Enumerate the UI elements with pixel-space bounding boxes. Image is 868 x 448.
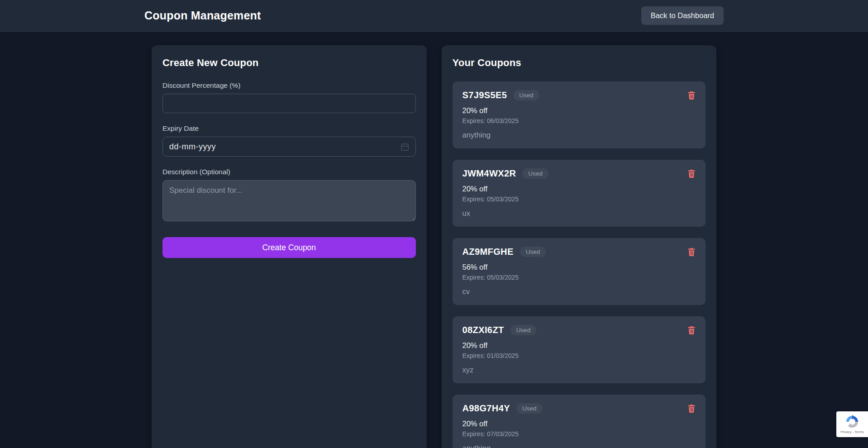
coupon-code: A98G7H4Y [463,403,510,414]
app-header: Coupon Management Back to Dashboard [0,0,868,32]
trash-icon [687,169,696,178]
coupon-description: cv [463,287,696,296]
delete-coupon-button[interactable] [687,168,696,179]
status-badge: Used [513,90,539,100]
coupon-list: S7J9S5E5 Used 20% off Expires: 06/03/202… [453,81,706,448]
create-coupon-panel: Create New Coupon Discount Percentage (%… [152,45,427,448]
page-title: Coupon Management [144,9,261,22]
description-textarea[interactable] [162,180,416,221]
coupon-expiry: Expires: 05/03/2025 [463,274,696,281]
status-badge: Used [510,325,537,335]
coupon-description: xyz [463,366,696,374]
coupon-code: AZ9MFGHE [463,247,514,257]
coupon-description: ux [463,209,696,218]
recaptcha-privacy-terms[interactable]: Privacy - Terms [840,430,864,434]
expiry-date-placeholder: dd-mm-yyyy [169,142,216,152]
your-coupons-panel: Your Coupons S7J9S5E5 Used 20% off Expir… [442,45,717,448]
delete-coupon-button[interactable] [687,246,696,257]
discount-percentage-label: Discount Percentage (%) [162,81,416,90]
coupon-item: 08ZXI6ZT Used 20% off Expires: 01/03/202… [453,316,706,383]
trash-icon [687,325,696,335]
expiry-date-label: Expiry Date [162,124,416,133]
status-badge: Used [522,168,548,179]
expiry-date-input[interactable]: dd-mm-yyyy [162,137,416,157]
trash-icon [687,91,696,100]
coupon-item: JWM4WX2R Used 20% off Expires: 05/03/202… [453,160,706,227]
coupon-code: JWM4WX2R [463,168,516,179]
trash-icon [687,247,696,257]
your-coupons-title: Your Coupons [453,57,706,69]
calendar-icon[interactable] [400,142,410,152]
create-coupon-title: Create New Coupon [162,57,416,69]
coupon-code: S7J9S5E5 [463,90,507,100]
coupon-description: anything [463,131,696,139]
coupon-item: S7J9S5E5 Used 20% off Expires: 06/03/202… [453,81,706,148]
trash-icon [687,404,696,413]
delete-coupon-button[interactable] [687,324,696,336]
coupon-expiry: Expires: 07/03/2025 [463,430,696,438]
coupon-expiry: Expires: 05/03/2025 [463,195,696,203]
delete-coupon-button[interactable] [687,90,696,101]
delete-coupon-button[interactable] [687,403,696,414]
coupon-expiry: Expires: 06/03/2025 [463,117,696,124]
description-label: Description (Optional) [162,168,416,176]
coupon-discount: 20% off [463,106,696,115]
coupon-discount: 20% off [463,419,696,428]
coupon-discount: 20% off [463,341,696,350]
discount-percentage-input[interactable] [162,94,416,113]
coupon-code: 08ZXI6ZT [463,325,504,335]
coupon-expiry: Expires: 01/03/2025 [463,352,696,359]
coupon-discount: 20% off [463,185,696,193]
back-to-dashboard-button[interactable]: Back to Dashboard [641,6,724,25]
coupon-discount: 56% off [463,263,696,272]
status-badge: Used [516,403,543,414]
create-coupon-button[interactable]: Create Coupon [162,237,416,258]
status-badge: Used [520,247,546,257]
recaptcha-badge[interactable]: Privacy - Terms [836,411,868,437]
recaptcha-icon [845,415,859,429]
coupon-item: A98G7H4Y Used 20% off Expires: 07/03/202… [453,395,706,448]
coupon-item: AZ9MFGHE Used 56% off Expires: 05/03/202… [453,238,706,305]
coupon-description: anything [463,444,696,448]
